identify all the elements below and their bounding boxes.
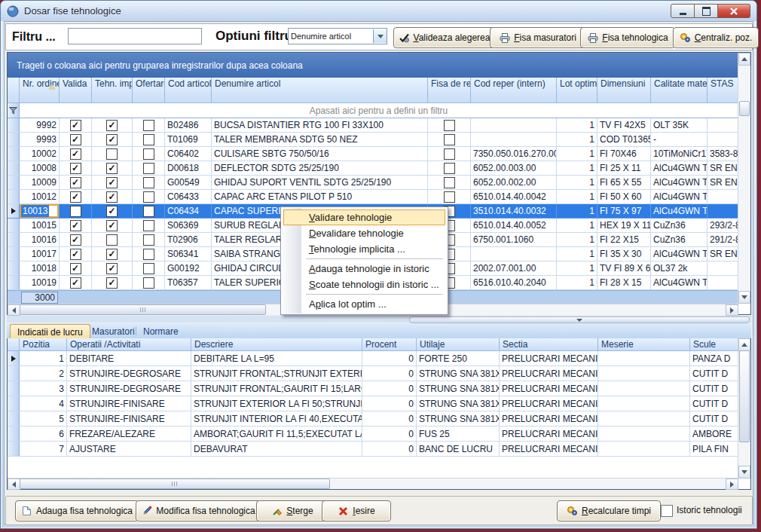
- fisa-tehnologica-button[interactable]: Fisa tehnologica: [580, 27, 675, 48]
- menu-item-scoate-tehnologii-din-istoric[interactable]: Scoate tehnologii din istoric ...: [283, 277, 445, 292]
- cell-nr-ordine[interactable]: 10009: [20, 176, 60, 190]
- cell-ofertare[interactable]: [133, 233, 165, 247]
- tehn-implicita-checkbox[interactable]: [106, 177, 118, 188]
- cell-meserie[interactable]: [598, 351, 690, 366]
- cell-cod-articol[interactable]: S06341: [165, 247, 212, 261]
- cell-sectia[interactable]: PRELUCRARI MECANICE: [500, 396, 598, 411]
- tehn-implicita-checkbox[interactable]: [106, 134, 118, 145]
- cell-scule[interactable]: CUTIT D: [690, 381, 738, 396]
- cell-dimensiuni[interactable]: COD T01365: [597, 133, 651, 147]
- cell-cod-articol[interactable]: B02486: [165, 118, 212, 133]
- cell-descriere[interactable]: AMBORAT;GAURIT FI 11,5;EXECUTAT LAMA.: [191, 427, 362, 442]
- modifica-fisa-tehnologica-button[interactable]: Modifica fisa tehnologica: [136, 500, 261, 521]
- tehn-implicita-checkbox[interactable]: [106, 163, 118, 174]
- cell-cod-articol[interactable]: D00618: [165, 161, 212, 176]
- cell-ofertare[interactable]: [133, 133, 165, 147]
- cell-cod-articol[interactable]: S06369: [165, 219, 212, 233]
- minimize-button[interactable]: [671, 4, 695, 18]
- cell-utilaje[interactable]: STRUNG SNA 381X750: [417, 366, 500, 381]
- cell-stas[interactable]: SR EN: [708, 161, 738, 176]
- cell-nr-ordine[interactable]: 10015: [20, 219, 60, 233]
- scroll-right-icon[interactable]: [726, 304, 738, 316]
- column-header-meserie[interactable]: Meserie: [598, 338, 690, 351]
- cell-meserie[interactable]: [598, 396, 690, 411]
- cell-nr-ordine[interactable]: 10018: [20, 261, 60, 276]
- cell-dimensiuni[interactable]: FI 28 X 15: [597, 276, 651, 290]
- cell-tehn-implicita[interactable]: [92, 190, 133, 204]
- cell-operatii[interactable]: STRUNJIRE-DEGROSARE: [67, 366, 191, 381]
- column-header-lot-optim[interactable]: Lot optim: [557, 78, 597, 103]
- cell-operatii[interactable]: FREZARE/ALEZARE: [67, 427, 191, 442]
- cell-calitate-material[interactable]: OL37 2k: [651, 261, 708, 276]
- cell-fisa-remediere[interactable]: [428, 133, 471, 147]
- cell-nr-ordine[interactable]: 10012: [20, 190, 60, 204]
- cell-cod-reper[interactable]: 2002.07.001.00: [471, 261, 557, 276]
- cell-procent[interactable]: 0: [362, 381, 417, 396]
- group-by-panel[interactable]: Trageti o coloana aici pentru gruparea i…: [8, 53, 738, 78]
- cell-sectia[interactable]: PRELUCRARI MECANICE: [500, 381, 598, 396]
- cell-valida[interactable]: [60, 261, 92, 276]
- cell-calitate-material[interactable]: CuZn36: [651, 233, 708, 247]
- ofertare-checkbox[interactable]: [143, 148, 154, 160]
- cell-tehn-implicita[interactable]: [92, 176, 133, 190]
- table-row[interactable]: 9992 B02486 BUCSA DISTANTIER RTG 100 FI …: [8, 118, 738, 133]
- centraliz-poz-button[interactable]: Centraliz. poz.: [673, 27, 759, 48]
- cell-tehn-implicita[interactable]: [92, 118, 133, 133]
- cell-tehn-implicita[interactable]: [92, 147, 133, 161]
- cell-cod-reper[interactable]: 7350.050.016.270.00: [471, 147, 557, 161]
- cell-lot-optim[interactable]: 1: [557, 276, 597, 290]
- valida-checkbox[interactable]: [70, 234, 81, 246]
- cell-tehn-implicita[interactable]: [92, 233, 133, 247]
- cell-descriere[interactable]: DEBITARE LA L=95: [191, 351, 362, 366]
- cell-lot-optim[interactable]: 1: [557, 261, 597, 276]
- cell-fisa-remediere[interactable]: [428, 118, 471, 133]
- column-header-operatii[interactable]: Operatii /Activitati: [67, 338, 191, 351]
- menu-item-devalidare-tehnologie[interactable]: Devalidare tehnologie: [283, 225, 445, 241]
- cell-utilaje[interactable]: FUS 25: [417, 427, 500, 442]
- cell-cod-reper[interactable]: 3510.014.40.0032: [471, 204, 557, 219]
- cell-meserie[interactable]: [598, 427, 690, 442]
- cell-descriere[interactable]: STRUNJIT INTERIOR LA FI 40,EXECUTAT R2: [191, 411, 362, 427]
- filter-row-hint[interactable]: Apasati aici pentru a defini un filtru: [20, 103, 738, 118]
- valida-checkbox[interactable]: [70, 220, 81, 231]
- cell-denumire-articol[interactable]: TALER MEMBRANA SDTG 50 NEZ: [212, 133, 428, 147]
- cell-cod-reper[interactable]: [471, 118, 557, 133]
- cell-calitate-material[interactable]: AlCu4GWN TB: [651, 276, 708, 290]
- cell-stas[interactable]: [708, 261, 738, 276]
- cell-valida[interactable]: [60, 161, 92, 176]
- remediere-checkbox[interactable]: [444, 120, 455, 131]
- cell-cod-reper[interactable]: [471, 247, 557, 261]
- close-button[interactable]: [718, 4, 750, 18]
- grid-vertical-scrollbar[interactable]: [738, 53, 750, 304]
- cell-calitate-material[interactable]: CuZn36: [651, 219, 708, 233]
- cell-pozitia[interactable]: 4: [20, 396, 67, 411]
- ofertare-checkbox[interactable]: [143, 206, 154, 217]
- column-header-valida[interactable]: Valida: [60, 78, 92, 103]
- table-row[interactable]: 10008 D00618 DEFLECTOR SDTG 25/25/190 60…: [8, 161, 738, 176]
- valida-checkbox[interactable]: [70, 277, 81, 289]
- tab-normare[interactable]: Normare: [136, 324, 185, 338]
- cell-procent[interactable]: 0: [362, 366, 417, 381]
- cell-stas[interactable]: 3583-87: [708, 147, 738, 161]
- cell-nr-ordine[interactable]: 10019: [20, 276, 60, 290]
- fisa-masuratori-button[interactable]: Fisa masuratori: [490, 27, 585, 48]
- cell-ofertare[interactable]: [133, 176, 165, 190]
- chevron-down-icon[interactable]: [373, 29, 387, 43]
- valida-checkbox[interactable]: [70, 249, 81, 260]
- cell-ofertare[interactable]: [133, 190, 165, 204]
- cell-operatii[interactable]: DEBITARE: [67, 351, 191, 366]
- tehn-implicita-checkbox[interactable]: [106, 206, 118, 217]
- scroll-left-icon[interactable]: [8, 478, 20, 490]
- table-row[interactable]: 4 STRUNJIRE-FINISARE STRUNJIT EXTERIOR L…: [8, 396, 738, 411]
- menu-item-aplica-lot-optim[interactable]: Aplica lot optim ...: [283, 296, 445, 312]
- cell-sectia[interactable]: PRELUCRARI MECANICE: [500, 366, 598, 381]
- cell-meserie[interactable]: [598, 442, 690, 457]
- cell-fisa-remediere[interactable]: [428, 147, 471, 161]
- tab-masuratori[interactable]: Masuratori: [85, 324, 142, 338]
- cell-denumire-articol[interactable]: CAPAC ARC ETANS PILOT P 510: [212, 190, 428, 204]
- table-row[interactable]: 3 STRUNJIRE-DEGROSARE STRUNJIT FRONTAL;G…: [8, 381, 738, 396]
- cell-meserie[interactable]: [598, 366, 690, 381]
- splitter-grip[interactable]: [409, 316, 750, 323]
- column-header-cod-reper[interactable]: Cod reper (intern): [471, 78, 557, 103]
- cell-cod-reper[interactable]: [471, 133, 557, 147]
